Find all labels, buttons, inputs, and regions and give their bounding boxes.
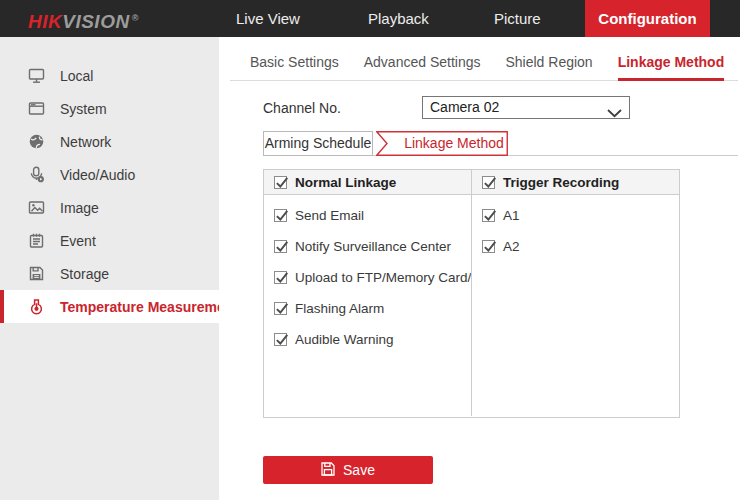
main-content: Basic Settings Advanced Settings Shield … (219, 37, 740, 500)
sidebar-item-network[interactable]: Network (0, 125, 219, 158)
option-send-email[interactable]: Send Email (264, 200, 471, 231)
normal-linkage-checkbox[interactable] (274, 176, 287, 189)
window-icon (28, 100, 45, 117)
sidebar-item-label: System (60, 101, 107, 117)
flashing-alarm-checkbox[interactable] (274, 302, 287, 315)
notify-surveillance-center-checkbox[interactable] (274, 240, 287, 253)
settings-tab-bar: Basic Settings Advanced Settings Shield … (230, 50, 738, 81)
subtab-arming-schedule[interactable]: Arming Schedule (263, 131, 373, 156)
trigger-recording-checkbox[interactable] (482, 176, 495, 189)
tab-shield-region[interactable]: Shield Region (505, 50, 592, 81)
option-channel-a2[interactable]: A2 (472, 231, 679, 262)
normal-linkage-header-label: Normal Linkage (295, 175, 396, 190)
table-body: Send Email Notify Surveillance Center Up… (264, 195, 679, 416)
subtab-linkage-method-label: Linkage Method (400, 131, 508, 156)
option-label: Audible Warning (295, 332, 394, 347)
sidebar-item-label: Image (60, 200, 99, 216)
image-icon (28, 199, 45, 216)
monitor-icon (28, 67, 45, 84)
sidebar-item-temperature-measurement[interactable]: Temperature Measurement (0, 290, 219, 323)
thermometer-icon (28, 298, 45, 315)
subtab-linkage-method[interactable]: Linkage Method (376, 131, 508, 156)
floppy-disk-icon (28, 265, 45, 282)
normal-linkage-header: Normal Linkage (264, 170, 472, 194)
trigger-recording-column: A1 A2 (472, 195, 679, 416)
sidebar-item-label: Local (60, 68, 93, 84)
logo-hik-text: HIK (28, 11, 62, 32)
channel-a2-checkbox[interactable] (482, 240, 495, 253)
option-label: Send Email (295, 208, 364, 223)
nav-picture[interactable]: Picture (494, 0, 541, 37)
option-channel-a1[interactable]: A1 (472, 200, 679, 231)
send-email-checkbox[interactable] (274, 209, 287, 222)
chevron-down-icon (607, 104, 622, 122)
sidebar-item-label: Network (60, 134, 111, 150)
nav-configuration[interactable]: Configuration (585, 0, 710, 37)
upload-to-ftp-checkbox[interactable] (274, 271, 287, 284)
tab-basic-settings[interactable]: Basic Settings (250, 50, 339, 81)
logo-vision-text: VISION (62, 11, 129, 32)
sidebar-item-label: Storage (60, 266, 109, 282)
option-audible-warning[interactable]: Audible Warning (264, 324, 471, 355)
globe-icon (28, 133, 45, 150)
option-notify-surveillance-center[interactable]: Notify Surveillance Center (264, 231, 471, 262)
sidebar-item-label: Temperature Measurement (60, 299, 238, 315)
table-header-row: Normal Linkage Trigger Recording (264, 170, 679, 195)
nav-live-view[interactable]: Live View (236, 0, 300, 37)
linkage-options-table: Normal Linkage Trigger Recording Send Em… (263, 169, 680, 418)
sidebar-item-video-audio[interactable]: Video/Audio (0, 158, 219, 191)
channel-select[interactable]: Camera 02 (422, 96, 630, 119)
notepad-icon (28, 232, 45, 249)
registered-mark: ® (132, 13, 139, 23)
trigger-recording-header: Trigger Recording (472, 170, 679, 194)
option-label: Upload to FTP/Memory Card/... (295, 270, 471, 285)
nav-playback[interactable]: Playback (368, 0, 429, 37)
sidebar-item-storage[interactable]: Storage (0, 257, 219, 290)
channel-select-value: Camera 02 (430, 97, 499, 118)
save-button-label: Save (343, 462, 375, 478)
sidebar-item-event[interactable]: Event (0, 224, 219, 257)
sidebar-item-image[interactable]: Image (0, 191, 219, 224)
option-label: A1 (503, 208, 520, 223)
tab-advanced-settings[interactable]: Advanced Settings (364, 50, 481, 81)
trigger-recording-header-label: Trigger Recording (503, 175, 619, 190)
tab-linkage-method[interactable]: Linkage Method (618, 50, 725, 81)
sidebar-item-label: Event (60, 233, 96, 249)
sidebar: Local System Network Video/Audio Image E… (0, 37, 219, 500)
channel-a1-checkbox[interactable] (482, 209, 495, 222)
save-icon (321, 462, 335, 479)
arming-subtab-bar: Arming Schedule Linkage Method (263, 131, 738, 156)
option-label: Flashing Alarm (295, 301, 384, 316)
microphone-icon (28, 166, 45, 183)
option-label: Notify Surveillance Center (295, 239, 451, 254)
sidebar-item-local[interactable]: Local (0, 59, 219, 92)
normal-linkage-column: Send Email Notify Surveillance Center Up… (264, 195, 472, 416)
option-flashing-alarm[interactable]: Flashing Alarm (264, 293, 471, 324)
option-upload-to-ftp[interactable]: Upload to FTP/Memory Card/... (264, 262, 471, 293)
top-navigation-bar: HIKVISION® Live View Playback Picture Co… (0, 0, 740, 37)
sidebar-item-system[interactable]: System (0, 92, 219, 125)
option-label: A2 (503, 239, 520, 254)
sidebar-item-label: Video/Audio (60, 167, 135, 183)
audible-warning-checkbox[interactable] (274, 333, 287, 346)
save-button[interactable]: Save (263, 456, 433, 484)
hikvision-logo: HIKVISION® (28, 0, 139, 37)
channel-no-label: Channel No. (263, 100, 341, 116)
